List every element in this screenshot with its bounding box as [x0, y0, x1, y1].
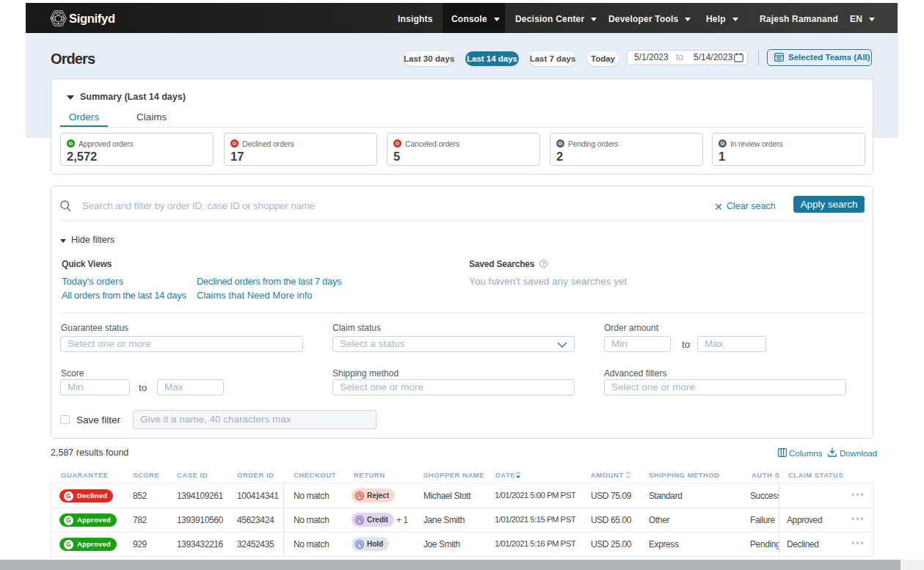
svg-text:?: ?: [542, 260, 545, 267]
